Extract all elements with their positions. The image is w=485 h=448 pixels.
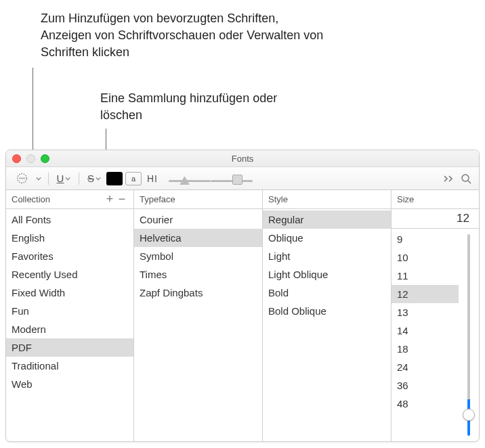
size-item[interactable]: 48 (392, 395, 459, 413)
collection-item[interactable]: Fixed Width (6, 284, 133, 302)
collection-item[interactable]: English (6, 229, 133, 247)
typeface-item[interactable]: Courier (134, 210, 262, 229)
search-button[interactable] (459, 171, 473, 186)
typeface-list[interactable]: CourierHelveticaSymbolTimesZapf Dingbats (134, 209, 262, 441)
size-item[interactable]: 13 (392, 303, 459, 321)
size-slider-thumb[interactable] (463, 409, 475, 421)
style-column: Style RegularObliqueLightLight ObliqueBo… (263, 190, 392, 441)
collection-item[interactable]: Favorites (6, 247, 133, 265)
size-item[interactable]: 18 (392, 340, 459, 358)
size-item[interactable]: 11 (392, 267, 459, 285)
collection-item[interactable]: PDF (6, 338, 133, 357)
overflow-button[interactable] (442, 171, 456, 186)
collection-column: Collection + − All FontsEnglishFavorites… (6, 190, 134, 441)
style-item[interactable]: Regular (263, 210, 391, 229)
collection-item[interactable]: Recently Used (6, 265, 133, 284)
text-color-swatch[interactable] (106, 171, 123, 186)
style-item[interactable]: Light Oblique (263, 265, 391, 284)
close-window-button[interactable] (12, 154, 21, 163)
style-item[interactable]: Light (263, 247, 391, 265)
size-item[interactable]: 12 (392, 285, 459, 303)
titlebar: Fonts (6, 150, 479, 167)
underline-button[interactable]: U (54, 171, 73, 186)
separator (48, 173, 49, 185)
remove-collection-button[interactable]: − (116, 194, 128, 206)
annotation-add-collection: Eine Sammlung hinzufügen oder löschen (100, 90, 297, 124)
typeface-item[interactable]: Symbol (134, 247, 262, 265)
window-title: Fonts (232, 154, 254, 164)
size-item[interactable]: 24 (392, 358, 459, 376)
size-item[interactable]: 14 (392, 321, 459, 340)
zoom-window-button[interactable] (41, 154, 49, 163)
size-header: Size (392, 190, 479, 209)
more-actions-button[interactable] (12, 171, 32, 186)
typeface-item[interactable]: Times (134, 265, 262, 284)
size-column: Size 9101112131418243648 (392, 190, 479, 441)
minimize-window-button[interactable] (26, 154, 35, 163)
size-input[interactable] (394, 210, 476, 227)
style-header-label: Style (268, 194, 288, 204)
effect-sliders (169, 171, 253, 187)
style-header: Style (263, 190, 391, 209)
shadow-blur-slider[interactable] (211, 171, 253, 187)
collection-item[interactable]: Fun (6, 302, 133, 320)
typeface-header: Typeface (134, 190, 262, 209)
style-item[interactable]: Bold Oblique (263, 302, 391, 320)
svg-point-1 (19, 178, 20, 179)
svg-point-2 (21, 178, 22, 179)
add-collection-button[interactable]: + (104, 194, 116, 206)
style-list[interactable]: RegularObliqueLightLight ObliqueBoldBold… (263, 209, 391, 441)
collection-header: Collection + − (6, 190, 133, 209)
strikethrough-button[interactable]: S (85, 171, 104, 186)
size-item[interactable]: 10 (392, 248, 459, 267)
fonts-panel-window: Fonts U S a HI (5, 150, 480, 442)
collection-item[interactable]: Web (6, 375, 133, 393)
size-header-label: Size (397, 194, 414, 204)
more-actions-chevron-icon[interactable] (35, 171, 43, 186)
window-controls (12, 154, 49, 163)
collection-header-label: Collection (12, 194, 50, 204)
annotation-more-menu: Zum Hinzufügen von bevorzugten Schriften… (41, 10, 332, 62)
collection-item[interactable]: Traditional (6, 357, 133, 375)
collection-item[interactable]: Modern (6, 320, 133, 338)
svg-point-4 (462, 175, 469, 181)
typeface-item[interactable]: Zapf Dingbats (134, 284, 262, 302)
style-item[interactable]: Bold (263, 284, 391, 302)
typeface-column: Typeface CourierHelveticaSymbolTimesZapf… (134, 190, 263, 441)
collection-list[interactable]: All FontsEnglishFavoritesRecently UsedFi… (6, 209, 133, 441)
size-item[interactable]: 36 (392, 376, 459, 395)
size-slider[interactable] (459, 229, 479, 441)
typeface-item[interactable]: Helvetica (134, 229, 262, 247)
paragraph-spacing-button[interactable]: HI (144, 171, 161, 186)
collection-item[interactable]: All Fonts (6, 210, 133, 229)
size-list[interactable]: 9101112131418243648 (392, 229, 459, 441)
toolbar: U S a HI (6, 167, 479, 190)
svg-point-3 (23, 178, 24, 179)
typeface-header-label: Typeface (140, 194, 175, 204)
style-item[interactable]: Oblique (263, 229, 391, 247)
document-color-button[interactable]: a (125, 171, 142, 186)
separator (79, 173, 79, 185)
font-columns: Collection + − All FontsEnglishFavorites… (6, 190, 479, 441)
shadow-opacity-slider[interactable] (169, 171, 211, 187)
size-item[interactable]: 9 (392, 230, 459, 248)
